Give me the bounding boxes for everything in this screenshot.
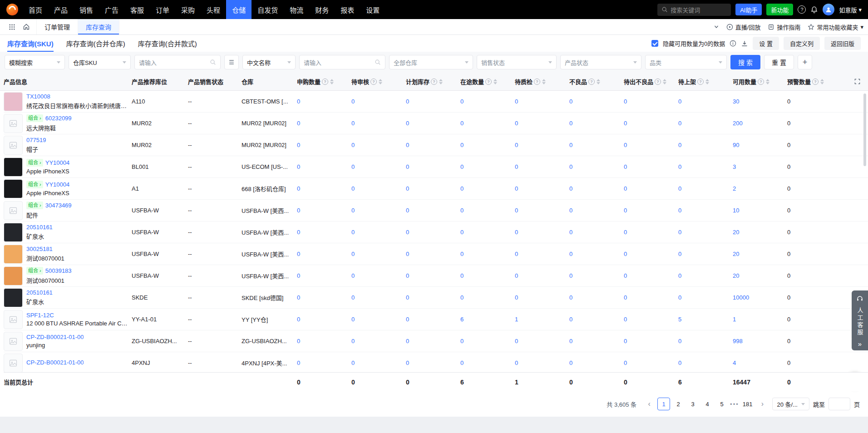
product-image[interactable] — [4, 354, 23, 373]
cell-quantity[interactable]: 0 — [624, 316, 678, 323]
column-header[interactable]: 预警数量? — [787, 77, 842, 86]
cell-quantity[interactable]: 0 — [678, 294, 733, 301]
sort-icon[interactable] — [439, 79, 443, 84]
cell-quantity[interactable]: 0 — [406, 98, 460, 105]
jump-page-input[interactable] — [829, 398, 850, 410]
cell-quantity[interactable]: 0 — [678, 98, 733, 105]
cell-quantity[interactable]: 0 — [515, 98, 569, 105]
reset-button[interactable]: 重 置 — [764, 55, 794, 69]
cell-quantity[interactable]: 0 — [460, 163, 515, 170]
product-image[interactable] — [4, 136, 23, 155]
cell-quantity[interactable]: 0 — [406, 163, 460, 170]
nav-item[interactable]: 仓储 — [226, 0, 252, 19]
cell-quantity[interactable]: 0 — [515, 272, 569, 279]
cell-quantity[interactable]: 0 — [624, 98, 678, 105]
cell-quantity[interactable]: 0 — [624, 272, 678, 279]
help-icon[interactable]: ? — [655, 79, 661, 85]
cell-quantity[interactable]: 0 — [515, 142, 569, 148]
customer-service-button[interactable]: 人工客服 — [852, 290, 868, 341]
page-button[interactable]: 1 — [657, 398, 670, 410]
cell-quantity[interactable]: 0 — [460, 294, 515, 301]
sort-icon[interactable] — [597, 79, 600, 84]
sort-icon[interactable] — [379, 79, 382, 84]
column-header[interactable]: 待质检? — [515, 77, 569, 86]
cell-quantity[interactable]: 0 — [515, 163, 569, 170]
cell-quantity[interactable]: 0 — [569, 251, 624, 257]
operation-guide-link[interactable]: 操作指南 — [768, 23, 800, 31]
product-image[interactable] — [4, 223, 23, 242]
help-icon[interactable]: ? — [758, 79, 764, 85]
cell-quantity[interactable]: 0 — [515, 120, 569, 127]
collapse-panel-button[interactable]: » — [852, 337, 868, 350]
cell-quantity[interactable]: 0 — [624, 294, 678, 301]
user-avatar[interactable] — [823, 4, 834, 15]
column-header[interactable]: 申购数量? — [297, 77, 351, 86]
cell-quantity[interactable]: 0 — [297, 185, 351, 192]
cell-quantity[interactable]: 2 — [733, 185, 787, 192]
nav-item[interactable]: 订单 — [150, 0, 175, 19]
cell-quantity[interactable]: 0 — [460, 98, 515, 105]
cell-quantity[interactable]: 0 — [351, 229, 406, 236]
cell-quantity[interactable]: 0 — [406, 272, 460, 279]
cell-quantity[interactable]: 0 — [297, 272, 351, 279]
cell-quantity[interactable]: 0 — [569, 98, 624, 105]
cell-quantity[interactable]: 0 — [406, 229, 460, 236]
cell-quantity[interactable]: 0 — [460, 120, 515, 127]
nav-item[interactable]: 广告 — [99, 0, 124, 19]
nav-item[interactable]: 采购 — [175, 0, 201, 19]
cell-quantity[interactable]: 0 — [460, 272, 515, 279]
new-feature-button[interactable]: 新功能 — [766, 4, 793, 15]
product-image[interactable] — [4, 114, 23, 133]
cell-quantity[interactable]: 0 — [460, 338, 515, 344]
product-sku-link[interactable]: CP-ZD-B00021-01-00 — [26, 334, 84, 340]
cell-quantity[interactable]: 0 — [406, 207, 460, 214]
cell-quantity[interactable]: 0 — [624, 207, 678, 214]
sku-field-select[interactable]: 仓库SKU — [69, 55, 131, 69]
cell-quantity[interactable]: 0 — [624, 142, 678, 148]
cell-quantity[interactable]: 0 — [569, 294, 624, 301]
workspace-tab[interactable]: 库存查询 — [78, 19, 119, 34]
cell-quantity[interactable]: 0 — [678, 229, 733, 236]
cell-quantity[interactable]: 0 — [406, 359, 460, 366]
combo-tag[interactable]: 组合 › — [26, 114, 43, 122]
nav-item[interactable]: 客服 — [124, 0, 150, 19]
cell-quantity[interactable]: 0 — [297, 163, 351, 170]
cell-quantity[interactable]: 5 — [678, 316, 733, 323]
cell-quantity[interactable]: 0 — [460, 142, 515, 148]
product-sku-link[interactable]: 20510161 — [26, 289, 53, 296]
page-size-select[interactable]: 20 条/... — [772, 398, 809, 410]
cell-quantity[interactable]: 0 — [297, 359, 351, 366]
combo-tag[interactable]: 组合 › — [26, 267, 43, 275]
cell-quantity[interactable]: 0 — [297, 338, 351, 344]
help-icon[interactable]: ? — [485, 79, 492, 85]
combo-tag[interactable]: 组合 › — [26, 181, 43, 188]
cell-quantity[interactable]: 0 — [515, 359, 569, 366]
hide-zero-checkbox[interactable] — [651, 40, 658, 47]
product-image[interactable] — [4, 310, 23, 329]
batch-search-button[interactable] — [224, 55, 239, 69]
cell-quantity[interactable]: 0 — [624, 359, 678, 366]
cell-quantity[interactable]: 0 — [406, 294, 460, 301]
nav-item[interactable]: 财务 — [309, 0, 335, 19]
name-field-select[interactable]: 中文名称 — [242, 55, 296, 69]
cell-quantity[interactable]: 0 — [297, 251, 351, 257]
cell-quantity[interactable]: 0 — [351, 120, 406, 127]
cell-quantity[interactable]: 0 — [460, 207, 515, 214]
cell-quantity[interactable]: 20 — [733, 229, 787, 236]
help-icon[interactable]: ? — [431, 79, 437, 85]
cell-quantity[interactable]: 0 — [351, 316, 406, 323]
live-replay-link[interactable]: 直播/回放 — [726, 23, 761, 31]
nav-item[interactable]: 首页 — [23, 0, 48, 19]
cell-quantity[interactable]: 0 — [569, 316, 624, 323]
category-select[interactable]: 品类 — [645, 55, 727, 69]
favorites-link[interactable]: 常用功能收藏夹 ▾ — [808, 23, 863, 31]
product-sku-link[interactable]: CP-ZD-B00021-01-00 — [26, 359, 84, 366]
inventory-view-tab[interactable]: 库存查询(合并仓库) — [66, 35, 125, 52]
column-header[interactable]: 计划库存? — [406, 77, 460, 86]
cell-quantity[interactable]: 0 — [406, 142, 460, 148]
page-button[interactable]: 181 — [741, 398, 755, 410]
product-image[interactable] — [4, 179, 23, 198]
cell-quantity[interactable]: 0 — [406, 120, 460, 127]
cell-quantity[interactable]: 0 — [678, 359, 733, 366]
cell-quantity[interactable]: 3 — [733, 163, 787, 170]
